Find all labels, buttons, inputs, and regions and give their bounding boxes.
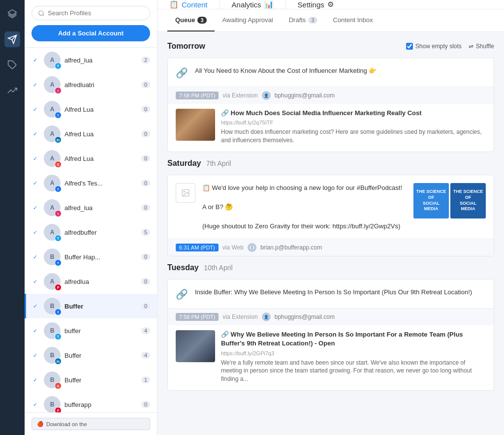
social-badge-pinterest: P bbox=[55, 407, 62, 412]
profile-check: ✓ bbox=[33, 57, 40, 63]
nav-settings[interactable]: Settings ⚙ bbox=[286, 0, 346, 9]
layers-icon[interactable] bbox=[4, 6, 20, 22]
analytics-label: Analytics bbox=[232, 0, 261, 9]
profile-item[interactable]: ✓ B P bufferapp 0 bbox=[25, 392, 157, 412]
search-icon bbox=[38, 10, 45, 17]
profile-name: buffer bbox=[64, 327, 137, 335]
profile-check: ✓ bbox=[33, 377, 40, 383]
profile-check: ✓ bbox=[33, 155, 40, 162]
settings-label: Settings bbox=[298, 0, 324, 9]
content-icon: 📋 bbox=[169, 0, 179, 9]
post-meta-2: 6:31 AM (PDT) via Web 📧 brian.p@bufferap… bbox=[168, 239, 494, 256]
drafts-count: 3 bbox=[308, 17, 317, 24]
profile-name: Buffer bbox=[64, 303, 137, 310]
profile-avatar: B T bbox=[44, 322, 61, 339]
profile-avatar: B in bbox=[44, 347, 61, 364]
download-label: Download on the bbox=[46, 421, 87, 427]
profile-item[interactable]: ✓ B G Buffer 1 bbox=[25, 368, 157, 392]
nav-content[interactable]: 📋 Content bbox=[158, 0, 220, 9]
link-thumb-3 bbox=[176, 330, 215, 362]
social-badge-linkedin: in bbox=[55, 136, 62, 143]
profile-item[interactable]: ✓ A f Alfred Lua 0 bbox=[25, 97, 157, 122]
post-link-preview-1: 🔗 How Much Does Social Media Influencer … bbox=[168, 104, 494, 152]
profile-check: ✓ bbox=[33, 303, 40, 310]
profile-item[interactable]: ✓ B T buffer 4 bbox=[25, 318, 157, 343]
profile-item[interactable]: ✓ A I alfred_lua 0 bbox=[25, 195, 157, 220]
profile-name: Buffer bbox=[64, 376, 137, 384]
search-input[interactable] bbox=[48, 9, 144, 17]
profile-name: Alfred Lua bbox=[64, 130, 137, 138]
profile-count: 0 bbox=[141, 303, 150, 310]
profile-avatar: B f bbox=[44, 298, 61, 314]
social-badge-twitter: T bbox=[55, 333, 62, 340]
show-empty-slots-label[interactable]: Show empty slots bbox=[406, 43, 462, 50]
profile-check: ✓ bbox=[33, 82, 40, 88]
profile-avatar: A in bbox=[44, 125, 61, 142]
profile-item[interactable]: ✓ B in Buffer 4 bbox=[25, 343, 157, 368]
tab-queue[interactable]: Queue 3 bbox=[167, 9, 215, 31]
post-link-icon-1: 🔗 bbox=[176, 67, 188, 79]
analytics-icon: 📊 bbox=[264, 0, 274, 9]
profile-name: alfredlua bbox=[64, 278, 137, 285]
profile-count: 4 bbox=[141, 352, 150, 359]
social-badge-pinterest: P bbox=[55, 284, 62, 291]
profile-item[interactable]: ✓ A I alfredluatri 0 bbox=[25, 72, 157, 97]
sidebar-header: Add a Social Account bbox=[25, 0, 157, 48]
profile-name: alfred_lua bbox=[64, 57, 137, 64]
social-img-b: THE SCIENCE OFSOCIALMEDIA bbox=[450, 183, 486, 218]
icon-bar bbox=[0, 0, 25, 435]
profile-item[interactable]: ✓ B f Buffer Hap... 0 bbox=[25, 245, 157, 269]
awaiting-label: Awaiting Approval bbox=[222, 16, 273, 24]
user-avatar-1: 👤 bbox=[262, 91, 271, 100]
tab-drafts[interactable]: Drafts 3 bbox=[281, 9, 325, 31]
profile-name: bufferapp bbox=[64, 401, 137, 408]
nav-content-label: Content bbox=[182, 0, 208, 9]
download-button[interactable]: 🍎 Download on the bbox=[32, 418, 150, 430]
post-link-preview-3: 🔗 Why We Believe Meeting In Person Is So… bbox=[168, 325, 494, 390]
profile-count: 0 bbox=[141, 81, 150, 88]
search-box[interactable] bbox=[32, 6, 150, 20]
post-time-3: 7:58 PM (PDT) bbox=[176, 313, 219, 321]
post-meta-1: 7:58 PM (PDT) via Extension 👤 bphuggins@… bbox=[168, 87, 494, 104]
add-account-button[interactable]: Add a Social Account bbox=[32, 25, 150, 41]
main-content: 📋 Content Analytics 📊 Settings ⚙ Queue 3… bbox=[158, 0, 504, 435]
svg-line-5 bbox=[43, 14, 44, 16]
tab-awaiting-approval[interactable]: Awaiting Approval bbox=[215, 9, 281, 31]
tag-icon[interactable] bbox=[4, 57, 20, 73]
profile-item[interactable]: ✓ A T alfred_lua 2 bbox=[25, 48, 157, 72]
profile-item[interactable]: ✓ A in Alfred Lua 0 bbox=[25, 122, 157, 146]
tomorrow-section-header: Tomorrow Show empty slots ⇌ Shuffle bbox=[167, 42, 494, 51]
link-title-1: 🔗 How Much Does Social Media Influencer … bbox=[221, 109, 486, 118]
nav-analytics[interactable]: Analytics 📊 bbox=[220, 0, 286, 9]
trending-icon[interactable] bbox=[4, 83, 20, 98]
profile-item[interactable]: ✓ A f Alfred's Tes... 0 bbox=[25, 171, 157, 195]
user-avatar-2: 📧 bbox=[248, 243, 256, 252]
saturday-date-sub: 7th April bbox=[206, 159, 231, 167]
shuffle-button[interactable]: ⇌ Shuffle bbox=[469, 43, 494, 50]
profile-count: 0 bbox=[141, 278, 150, 285]
social-img-a: THE SCIENCE OFSOCIALMEDIA bbox=[413, 183, 449, 218]
apple-icon: 🍎 bbox=[37, 421, 44, 427]
shuffle-label: Shuffle bbox=[476, 43, 494, 50]
post-link-icon-3: 🔗 bbox=[176, 288, 188, 300]
profile-item[interactable]: ✓ A P alfredlua 0 bbox=[25, 269, 157, 294]
svg-point-7 bbox=[184, 191, 185, 192]
section-controls: Show empty slots ⇌ Shuffle bbox=[406, 43, 494, 50]
send-icon[interactable] bbox=[4, 31, 20, 47]
profile-count: 1 bbox=[141, 376, 150, 383]
user-email-2: brian.p@bufferapp.com bbox=[260, 244, 322, 251]
content-inbox-label: Content Inbox bbox=[333, 16, 373, 24]
profile-check: ✓ bbox=[33, 254, 40, 260]
show-empty-slots-checkbox[interactable] bbox=[406, 43, 413, 50]
tab-content-inbox[interactable]: Content Inbox bbox=[325, 9, 381, 31]
social-badge-google: G bbox=[55, 161, 62, 168]
profile-count: 0 bbox=[141, 106, 150, 113]
profile-item[interactable]: ✓ B f Buffer 0 bbox=[25, 294, 157, 318]
profile-avatar: B P bbox=[44, 396, 61, 412]
sidebar-footer: 🍎 Download on the bbox=[25, 412, 157, 435]
shuffle-icon: ⇌ bbox=[469, 43, 473, 50]
profile-check: ✓ bbox=[33, 131, 40, 137]
profile-avatar: A I bbox=[44, 76, 61, 93]
profile-item[interactable]: ✓ A G Alfred Lua 0 bbox=[25, 146, 157, 171]
profile-item[interactable]: ✓ A T alfredbuffer 5 bbox=[25, 220, 157, 245]
